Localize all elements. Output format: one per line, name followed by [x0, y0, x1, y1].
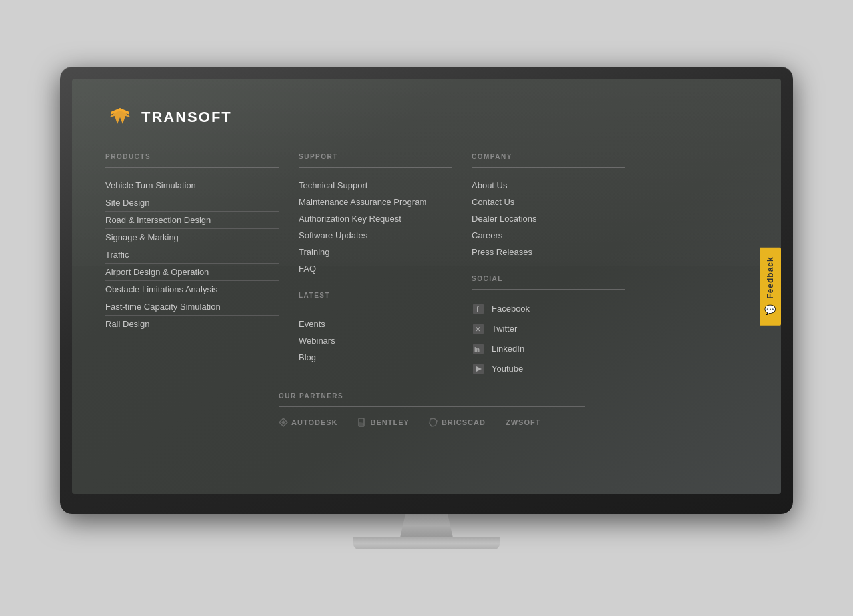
monitor-stand-base — [353, 537, 500, 549]
support-latest-column: SUPPORT Technical Support Maintenance As… — [299, 153, 452, 379]
svg-marker-9 — [281, 420, 285, 424]
bentley-label: Bentley — [371, 418, 409, 426]
partner-bricscad[interactable]: BRICSCAD — [429, 418, 486, 427]
logo-text: TRANSOFT — [141, 109, 232, 126]
monitor-stand-neck — [400, 514, 453, 537]
linkedin-icon: in — [472, 342, 485, 356]
svg-text:f: f — [476, 305, 479, 313]
screen: 💬 Feedback TRANSOFT PRODUCTS — [72, 79, 781, 495]
latest-section: LATEST Events Webinars Blog — [299, 292, 452, 366]
link-contact-us[interactable]: Contact Us — [472, 194, 625, 210]
support-section: SUPPORT Technical Support Maintenance As… — [299, 153, 452, 277]
bricscad-label: BRICSCAD — [442, 418, 486, 426]
social-header: SOCIAL — [472, 275, 625, 282]
social-linkedin[interactable]: in LinkedIn — [472, 339, 625, 359]
link-press-releases[interactable]: Press Releases — [472, 244, 625, 260]
logo-area: TRANSOFT — [105, 105, 748, 129]
link-blog[interactable]: Blog — [299, 349, 452, 366]
link-maintenance[interactable]: Maintenance Assurance Program — [299, 194, 452, 210]
company-social-column: COMPANY About Us Contact Us Dealer Locat… — [472, 153, 625, 379]
partner-autodesk[interactable]: AUTODESK — [279, 418, 338, 427]
social-twitter[interactable]: ✕ Twitter — [472, 319, 625, 339]
link-site-design[interactable]: Site Design — [105, 194, 279, 212]
feedback-button[interactable]: 💬 Feedback — [760, 247, 781, 325]
zwsoft-label: ZWSOFT — [506, 418, 540, 426]
company-header: COMPANY — [472, 153, 625, 160]
link-faq[interactable]: FAQ — [299, 260, 452, 277]
link-traffic[interactable]: Traffic — [105, 246, 279, 264]
link-events[interactable]: Events — [299, 316, 452, 332]
social-youtube[interactable]: Youtube — [472, 359, 625, 379]
footer-columns: PRODUCTS Vehicle Turn Simulation Site De… — [105, 153, 748, 379]
link-road-intersection[interactable]: Road & Intersection Design — [105, 212, 279, 229]
social-facebook[interactable]: f Facebook — [472, 299, 625, 319]
link-technical-support[interactable]: Technical Support — [299, 177, 452, 194]
facebook-icon: f — [472, 302, 485, 316]
products-header: PRODUCTS — [105, 153, 279, 160]
link-authorization[interactable]: Authorization Key Request — [299, 210, 452, 227]
social-section: SOCIAL f Facebook — [472, 275, 625, 379]
twitter-label: Twitter — [492, 324, 517, 334]
company-section: COMPANY About Us Contact Us Dealer Locat… — [472, 153, 625, 260]
latest-divider — [299, 306, 452, 306]
monitor-bezel: 💬 Feedback TRANSOFT PRODUCTS — [60, 67, 793, 515]
partner-bentley[interactable]: Bentley — [358, 418, 409, 427]
screen-content: TRANSOFT PRODUCTS Vehicle Turn Simulatio… — [72, 79, 781, 495]
social-divider — [472, 289, 625, 290]
linkedin-label: LinkedIn — [492, 344, 524, 354]
support-header: SUPPORT — [299, 153, 452, 160]
twitter-icon: ✕ — [472, 322, 485, 336]
youtube-icon — [472, 362, 485, 376]
feedback-label: Feedback — [766, 256, 775, 298]
link-fast-time[interactable]: Fast-time Capacity Simulation — [105, 298, 279, 316]
products-divider — [105, 167, 279, 168]
partners-divider — [279, 406, 585, 407]
svg-text:✕: ✕ — [475, 326, 480, 333]
transoft-logo-icon — [105, 105, 135, 129]
link-vehicle-turn[interactable]: Vehicle Turn Simulation — [105, 177, 279, 194]
support-divider — [299, 167, 452, 168]
link-airport-design[interactable]: Airport Design & Operation — [105, 264, 279, 281]
youtube-label: Youtube — [492, 364, 523, 374]
link-training[interactable]: Training — [299, 244, 452, 260]
link-webinars[interactable]: Webinars — [299, 332, 452, 349]
company-divider — [472, 167, 625, 168]
autodesk-label: AUTODESK — [291, 418, 338, 426]
link-about-us[interactable]: About Us — [472, 177, 625, 194]
svg-text:in: in — [474, 346, 480, 353]
link-rail-design[interactable]: Rail Design — [105, 316, 279, 332]
link-dealer-locations[interactable]: Dealer Locations — [472, 210, 625, 227]
link-careers[interactable]: Careers — [472, 227, 625, 244]
latest-header: LATEST — [299, 292, 452, 299]
feedback-icon: 💬 — [765, 304, 776, 316]
monitor-wrapper: 💬 Feedback TRANSOFT PRODUCTS — [60, 67, 793, 550]
partner-zwsoft[interactable]: ZWSOFT — [506, 418, 540, 426]
link-signage-marking[interactable]: Signage & Marking — [105, 229, 279, 246]
partners-header: OUR PARTNERS — [279, 392, 585, 400]
link-obstacle-limitations[interactable]: Obstacle Limitations Analysis — [105, 281, 279, 298]
partners-logos: AUTODESK Bentley — [279, 418, 585, 427]
partners-section: OUR PARTNERS AUTODESK — [279, 392, 585, 427]
facebook-label: Facebook — [492, 304, 530, 314]
products-column: PRODUCTS Vehicle Turn Simulation Site De… — [105, 153, 279, 379]
link-software-updates[interactable]: Software Updates — [299, 227, 452, 244]
